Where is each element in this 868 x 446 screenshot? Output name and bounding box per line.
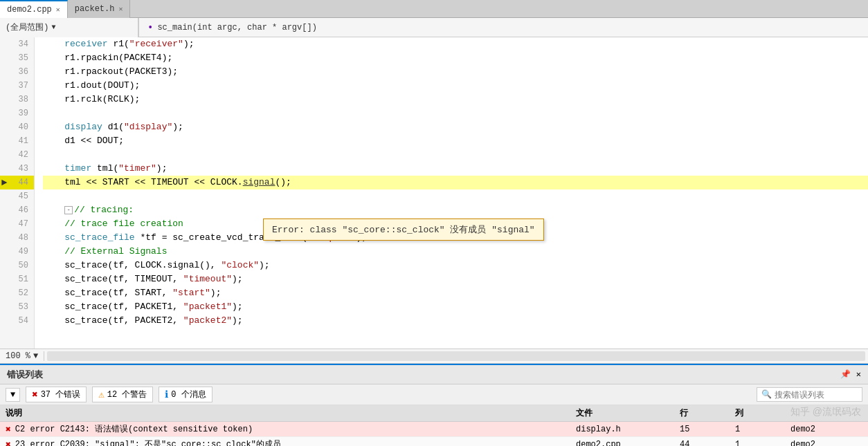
filter-icon: ▼ [10, 390, 15, 400]
error-file-1: display.h [570, 425, 674, 434]
tooltip-text: Error: class "sc_core::sc_clock" 没有成员 "s… [272, 225, 535, 235]
col-file-header: 文件 [570, 407, 674, 419]
error-proj-1: demo2 [785, 425, 868, 434]
panel-controls: 📌 ✕ [840, 369, 861, 380]
code-line-39 [43, 106, 868, 120]
code-line-43: timer tml("timer"); [43, 162, 868, 176]
error-file-2: demo2.cpp [570, 440, 674, 447]
line-num-52: 52 [0, 286, 34, 300]
col-col-header: 列 [730, 407, 785, 419]
line-num-48: 48 [0, 231, 34, 245]
line-num-44: ► 44 [0, 176, 34, 189]
code-line-50: sc_trace(tf, CLOCK.signal(), "clock"); [43, 259, 868, 272]
line-num-38: 38 [0, 93, 34, 106]
code-line-41: d1 << DOUT; [43, 134, 868, 148]
line-num-35: 35 [0, 51, 34, 65]
scope-label: (全局范围) [6, 21, 48, 33]
code-line-51: sc_trace(tf, TIMEOUT, "timeout"); [43, 272, 868, 286]
tab-label: packet.h [75, 4, 115, 14]
search-error-box[interactable]: 🔍 [757, 387, 862, 402]
line-num-39: 39 [0, 106, 34, 120]
zoom-control[interactable]: 100 % ▼ [0, 351, 44, 361]
zoom-value: 100 % [6, 351, 30, 361]
code-line-40: display d1("display"); [43, 120, 868, 134]
line-num-50: 50 [0, 259, 34, 272]
error-table-header: 说明 文件 行 列 [0, 405, 868, 422]
tab-demo2-cpp[interactable]: demo2.cpp ✕ [0, 0, 68, 18]
code-line-45 [43, 189, 868, 203]
func-label: • sc_main(int argc, char * argv[]) [139, 18, 325, 37]
function-icon: • [147, 22, 153, 33]
scope-bar: (全局范围) ▼ • sc_main(int argc, char * argv… [0, 18, 868, 37]
error-count-label: 37 个错误 [41, 389, 81, 400]
table-row[interactable]: ✖ C2 error C2143: 语法错误(context sensitive… [0, 422, 868, 437]
bottom-scrollbar: 100 % ▼ [0, 349, 868, 364]
error-tooltip: Error: class "sc_core::sc_clock" 没有成员 "s… [263, 219, 544, 241]
error-icon-row1: ✖ [6, 424, 11, 435]
tab-bar: demo2.cpp ✕ packet.h ✕ [0, 0, 868, 18]
close-panel-icon[interactable]: ✕ [856, 369, 861, 380]
error-panel: 错误列表 📌 ✕ ▼ ✖ 37 个错误 ⚠ 12 个警告 ℹ 0 个消息 🔍 说 [0, 364, 868, 446]
line-num-53: 53 [0, 300, 34, 314]
code-line-34: receiver r1("receiver"); [43, 37, 868, 51]
error-col-2: 1 [730, 440, 785, 447]
error-proj-2: demo2 [785, 440, 868, 447]
code-area: 34 35 36 37 38 39 40 41 42 43 ► 44 45 46… [0, 37, 868, 349]
fold-icon-46[interactable]: - [64, 206, 73, 214]
code-content: receiver r1("receiver"); r1.rpackin(PACK… [35, 37, 868, 349]
error-desc-2: ✖ 23 error C2039: "signal": 不是"sc_core::… [0, 438, 570, 446]
pin-icon[interactable]: 📌 [840, 369, 851, 380]
error-row-1: 15 [674, 425, 730, 434]
warning-icon: ⚠ [98, 389, 104, 400]
tab-packet-h[interactable]: packet.h ✕ [68, 0, 131, 18]
table-row[interactable]: ✖ 23 error C2039: "signal": 不是"sc_core::… [0, 437, 868, 446]
line-num-36: 36 [0, 65, 34, 79]
func-text: sc_main(int argc, char * argv[]) [157, 23, 316, 32]
line-num-46: 46 [0, 203, 34, 217]
zoom-dropdown-arrow[interactable]: ▼ [33, 351, 38, 361]
code-line-44: tml << START << TIMEOUT << CLOCK.signal(… [43, 176, 868, 189]
line-num-54: 54 [0, 314, 34, 328]
code-line-37: r1.dout(DOUT); [43, 79, 868, 93]
line-numbers: 34 35 36 37 38 39 40 41 42 43 ► 44 45 46… [0, 37, 35, 349]
tab-close-icon[interactable]: ✕ [56, 6, 60, 14]
filter-button[interactable]: ▼ [6, 388, 20, 402]
line-num-34: 34 [0, 37, 34, 51]
message-count-label: 0 个消息 [171, 389, 206, 400]
error-desc-1: ✖ C2 error C2143: 语法错误(context sensitive… [0, 423, 570, 435]
line-num-43: 43 [0, 162, 34, 176]
code-line-52: sc_trace(tf, START, "start"); [43, 286, 868, 300]
col-row-header: 行 [674, 407, 730, 419]
error-icon-row2: ✖ [6, 439, 11, 447]
code-line-49: // External Signals [43, 245, 868, 259]
warning-count-badge[interactable]: ⚠ 12 个警告 [92, 387, 153, 402]
code-line-42 [43, 148, 868, 162]
code-line-38: r1.rclk(RCLK); [43, 93, 868, 106]
line-num-37: 37 [0, 79, 34, 93]
error-count-badge[interactable]: ✖ 37 个错误 [26, 387, 87, 402]
horizontal-scrollbar[interactable] [47, 351, 865, 361]
search-error-input[interactable] [775, 390, 858, 400]
tab-close-icon[interactable]: ✕ [118, 5, 123, 13]
code-line-36: r1.rpackout(PACKET3); [43, 65, 868, 79]
error-panel-title: 错误列表 [7, 369, 43, 381]
error-toolbar: ▼ ✖ 37 个错误 ⚠ 12 个警告 ℹ 0 个消息 🔍 [0, 384, 868, 405]
line-num-45: 45 [0, 189, 34, 203]
search-icon: 🔍 [761, 389, 772, 400]
error-row-2: 44 [674, 440, 730, 447]
error-table: 说明 文件 行 列 ✖ C2 error C2143: 语法错误(context… [0, 405, 868, 446]
code-line-53: sc_trace(tf, PACKET1, "packet1"); [43, 300, 868, 314]
col-desc-header: 说明 [0, 407, 570, 419]
line-num-41: 41 [0, 134, 34, 148]
info-icon: ℹ [165, 389, 168, 400]
line-num-47: 47 [0, 217, 34, 231]
scope-arrow-icon: ▼ [51, 24, 55, 31]
error-col-1: 1 [730, 425, 785, 434]
error-panel-header: 错误列表 📌 ✕ [0, 365, 868, 384]
message-count-badge[interactable]: ℹ 0 个消息 [159, 387, 212, 402]
line-num-42: 42 [0, 148, 34, 162]
code-line-46: -// tracing: [43, 203, 868, 217]
scope-dropdown[interactable]: (全局范围) ▼ [0, 18, 138, 37]
line-num-51: 51 [0, 272, 34, 286]
line-num-49: 49 [0, 245, 34, 259]
